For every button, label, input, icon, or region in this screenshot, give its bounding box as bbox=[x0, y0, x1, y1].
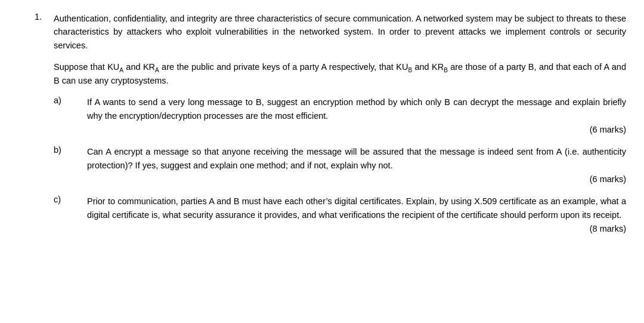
sub-B2: B bbox=[444, 67, 448, 73]
sub-text-b: Can A encrypt a message so that anyone r… bbox=[87, 145, 626, 172]
sub-label-b: b) bbox=[54, 145, 76, 186]
sub-question-a: a) If A wants to send a very long messag… bbox=[54, 96, 626, 137]
sub-content-a: If A wants to send a very long message t… bbox=[87, 96, 626, 137]
marks-b: (6 marks) bbox=[87, 174, 626, 184]
sub-B1: B bbox=[408, 67, 412, 73]
question-content: Authentication, confidentiality, and int… bbox=[54, 12, 626, 244]
sub-A1: A bbox=[119, 67, 123, 73]
sub-question-b: b) Can A encrypt a message so that anyon… bbox=[54, 145, 626, 186]
sub-label-c: c) bbox=[54, 195, 76, 236]
marks-c: (8 marks) bbox=[87, 224, 626, 233]
sub-A2: A bbox=[155, 67, 159, 73]
sub-text-c: Prior to communication, parties A and B … bbox=[87, 195, 626, 222]
question-1: 1. Authentication, confidentiality, and … bbox=[18, 12, 626, 244]
sub-content-b: Can A encrypt a message so that anyone r… bbox=[87, 145, 626, 186]
intro-paragraph-1: Authentication, confidentiality, and int… bbox=[54, 12, 626, 52]
sub-text-a: If A wants to send a very long message t… bbox=[87, 96, 626, 122]
sub-label-a: a) bbox=[54, 96, 76, 137]
sub-content-c: Prior to communication, parties A and B … bbox=[87, 195, 626, 236]
intro-paragraph-2: Suppose that KUA and KRA are the public … bbox=[54, 60, 626, 87]
question-number: 1. bbox=[18, 12, 42, 244]
marks-a: (6 marks) bbox=[87, 125, 626, 134]
sub-question-c: c) Prior to communication, parties A and… bbox=[54, 195, 626, 236]
